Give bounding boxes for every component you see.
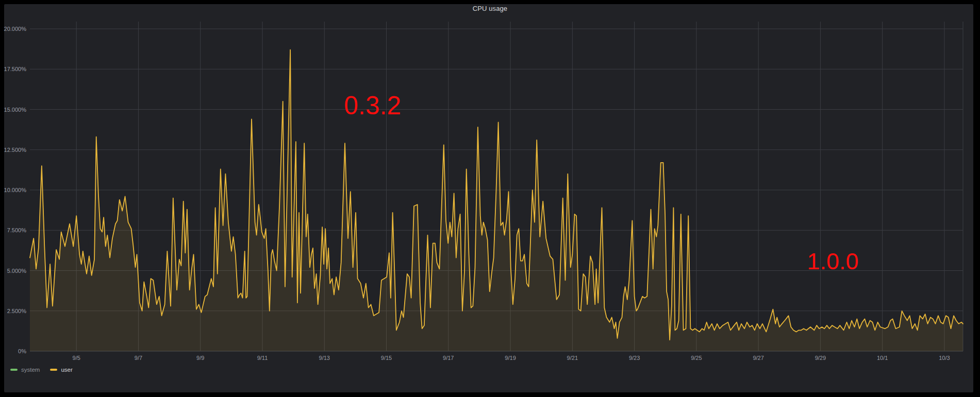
- cpu-usage-chart[interactable]: 0%2.500%5.000%7.500%10.000%12.500%15.000…: [0, 0, 980, 397]
- x-axis-tick-label: 9/15: [381, 355, 392, 361]
- x-axis-tick-label: 9/23: [629, 355, 640, 361]
- version-annotation: 0.3.2: [344, 93, 401, 118]
- y-axis-tick-label: 20.000%: [4, 26, 27, 32]
- user-series-swatch: [50, 369, 57, 371]
- x-axis-tick-label: 9/19: [505, 355, 516, 361]
- y-axis-tick-label: 12.500%: [4, 147, 27, 153]
- x-axis-tick-label: 9/7: [135, 355, 142, 361]
- legend-label-user: user: [61, 367, 72, 373]
- x-axis-tick-label: 9/25: [691, 355, 702, 361]
- x-axis-tick-label: 9/11: [257, 355, 268, 361]
- y-axis-tick-label: 5.000%: [7, 268, 27, 274]
- x-axis-tick-label: 9/17: [443, 355, 454, 361]
- y-axis-tick-label: 17.500%: [4, 66, 27, 72]
- x-axis-tick-label: 10/3: [939, 355, 950, 361]
- chart-legend: system user: [10, 367, 73, 373]
- x-axis-tick-label: 9/21: [567, 355, 578, 361]
- grafana-page: CPU usage 0%2.500%5.000%7.500%10.000%12.…: [0, 0, 980, 397]
- y-axis-tick-label: 15.000%: [4, 107, 27, 113]
- x-axis-tick-label: 9/27: [753, 355, 763, 361]
- x-axis-tick-label: 9/9: [196, 355, 204, 361]
- legend-item-user[interactable]: user: [50, 367, 72, 373]
- x-axis-tick-label: 9/5: [73, 355, 80, 361]
- y-axis-tick-label: 2.500%: [7, 308, 27, 314]
- x-axis-tick-label: 9/29: [815, 355, 826, 361]
- x-axis-tick-label: 9/13: [319, 355, 330, 361]
- y-axis-tick-label: 7.500%: [7, 227, 27, 233]
- user-series-area: [30, 50, 963, 351]
- y-axis-tick-label: 10.000%: [4, 187, 27, 193]
- legend-item-system[interactable]: system: [10, 367, 40, 373]
- x-axis-tick-label: 10/1: [877, 355, 888, 361]
- version-annotation: 1.0.0: [807, 250, 858, 273]
- system-series-swatch: [10, 369, 18, 371]
- legend-label-system: system: [21, 367, 40, 373]
- y-axis-tick-label: 0%: [18, 348, 26, 354]
